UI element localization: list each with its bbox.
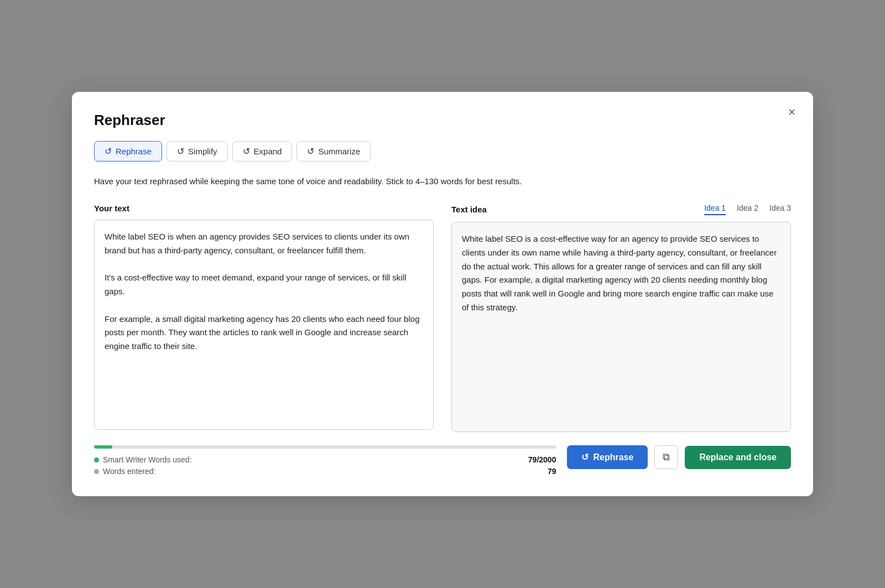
replace-close-button[interactable]: Replace and close xyxy=(685,446,791,469)
copy-icon: ⧉ xyxy=(663,451,670,463)
text-idea-header: Text idea Idea 1 Idea 2 Idea 3 xyxy=(451,204,791,215)
tab-rephrase-label: Rephrase xyxy=(116,147,152,156)
words-used-label: Smart Writer Words used: xyxy=(103,455,192,464)
words-used-label-group: Smart Writer Words used: xyxy=(94,455,192,464)
words-used-value: 79/2000 xyxy=(528,455,556,464)
main-columns: Your text White label SEO is when an age… xyxy=(94,204,791,432)
description-text: Have your text rephrased while keeping t… xyxy=(94,175,791,188)
text-idea-label: Text idea xyxy=(451,205,487,214)
stats-col: Smart Writer Words used: 79/2000 Words e… xyxy=(94,445,556,478)
progress-bar-fill xyxy=(94,445,112,449)
words-entered-value: 79 xyxy=(548,467,556,476)
bottom-row: Smart Writer Words used: 79/2000 Words e… xyxy=(94,445,791,478)
simplify-tab-icon: ↺ xyxy=(177,146,184,157)
rephraser-modal: Rephraser × ↺ Rephrase ↺ Simplify ↺ Expa… xyxy=(72,92,813,496)
words-used-stat: Smart Writer Words used: 79/2000 xyxy=(94,455,556,464)
your-text-textarea[interactable]: White label SEO is when an agency provid… xyxy=(94,220,434,430)
progress-bar-track xyxy=(94,445,556,449)
rephrase-button[interactable]: ↺ Rephrase xyxy=(567,445,648,469)
words-entered-stat: Words entered: 79 xyxy=(94,467,556,476)
idea-tab-2[interactable]: Idea 2 xyxy=(737,204,758,215)
tab-summarize-label: Summarize xyxy=(318,147,360,156)
text-idea-col: Text idea Idea 1 Idea 2 Idea 3 White lab… xyxy=(451,204,791,432)
replace-btn-label: Replace and close xyxy=(699,452,777,462)
copy-button[interactable]: ⧉ xyxy=(654,445,678,469)
tab-row: ↺ Rephrase ↺ Simplify ↺ Expand ↺ Summari… xyxy=(94,141,791,162)
rephrase-tab-icon: ↺ xyxy=(105,146,112,157)
your-text-label: Your text xyxy=(94,204,434,213)
close-button[interactable]: × xyxy=(786,104,798,121)
words-used-dot xyxy=(94,457,99,462)
idea-tab-1[interactable]: Idea 1 xyxy=(704,204,726,215)
tab-simplify[interactable]: ↺ Simplify xyxy=(166,141,228,162)
rephrase-btn-label: Rephrase xyxy=(593,452,633,462)
words-entered-dot xyxy=(94,469,99,474)
tab-rephrase[interactable]: ↺ Rephrase xyxy=(94,141,162,162)
action-row: ↺ Rephrase ⧉ Replace and close xyxy=(567,445,791,469)
your-text-col: Your text White label SEO is when an age… xyxy=(94,204,434,432)
tab-expand-label: Expand xyxy=(254,147,282,156)
rephrase-btn-icon: ↺ xyxy=(581,452,589,462)
idea-tabs: Idea 1 Idea 2 Idea 3 xyxy=(704,204,791,215)
words-entered-label: Words entered: xyxy=(103,467,155,476)
summarize-tab-icon: ↺ xyxy=(307,146,314,157)
expand-tab-icon: ↺ xyxy=(243,146,250,157)
tab-expand[interactable]: ↺ Expand xyxy=(232,141,293,162)
modal-title: Rephraser xyxy=(94,112,791,129)
idea-tab-3[interactable]: Idea 3 xyxy=(769,204,791,215)
idea-display: White label SEO is a cost-effective way … xyxy=(451,222,791,432)
tab-simplify-label: Simplify xyxy=(188,147,217,156)
tab-summarize[interactable]: ↺ Summarize xyxy=(296,141,371,162)
words-entered-label-group: Words entered: xyxy=(94,467,155,476)
